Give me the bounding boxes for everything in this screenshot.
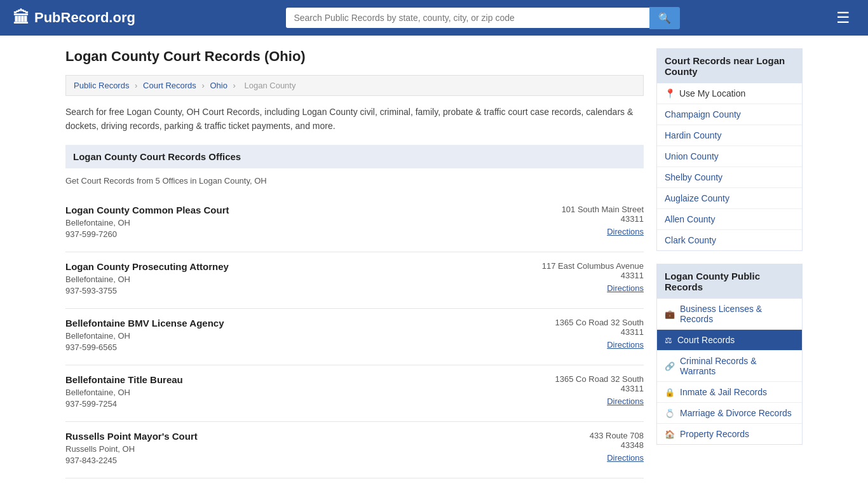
- near-county-item[interactable]: Union County: [657, 146, 802, 167]
- near-county-item[interactable]: Allen County: [657, 209, 802, 230]
- breadcrumb-link-ohio[interactable]: Ohio: [210, 81, 227, 90]
- sidebar-item-label: Marriage & Divorce Records: [680, 408, 792, 418]
- offices-section-header: Logan County Court Records Offices: [65, 145, 644, 168]
- sidebar-item-icon: 💼: [665, 309, 675, 319]
- search-bar: 🔍: [286, 7, 680, 29]
- public-records-item[interactable]: ⚖ Court Records: [657, 330, 802, 351]
- office-name: Bellefontaine Title Bureau: [65, 374, 555, 385]
- near-county-item[interactable]: Hardin County: [657, 125, 802, 146]
- sidebar-item-label: Criminal Records & Warrants: [680, 356, 794, 376]
- offices-list: Logan County Common Pleas Court Bellefon…: [65, 196, 644, 478]
- public-records-item[interactable]: 🏠 Property Records: [657, 424, 802, 444]
- office-name: Logan County Common Pleas Court: [65, 205, 562, 215]
- office-address: 1365 Co Road 32 South: [555, 318, 644, 327]
- directions-link[interactable]: Directions: [607, 283, 644, 293]
- sidebar-item-label: Business Licenses & Records: [680, 304, 794, 324]
- near-county-item[interactable]: Champaign County: [657, 104, 802, 125]
- office-item: Bellefontaine BMV License Agency Bellefo…: [65, 309, 644, 365]
- sidebar-item-label: Inmate & Jail Records: [680, 387, 767, 397]
- sidebar-item-icon: 💍: [665, 409, 675, 418]
- office-city: Russells Point, OH: [65, 444, 590, 454]
- breadcrumb-link-public-records[interactable]: Public Records: [74, 81, 129, 90]
- content-area: Logan County Court Records (Ohio) Public…: [65, 48, 644, 478]
- public-records-title: Logan County Public Records: [657, 264, 802, 299]
- office-city: Bellefontaine, OH: [65, 388, 555, 397]
- use-location-label: Use My Location: [679, 88, 745, 98]
- breadcrumb-sep-2: ›: [201, 81, 204, 90]
- search-input[interactable]: [286, 8, 649, 28]
- near-section: Court Records near Logan County 📍 Use My…: [656, 48, 803, 251]
- header: 🏛 PubRecord.org 🔍 ☰: [0, 0, 868, 36]
- page-title: Logan County Court Records (Ohio): [65, 48, 644, 65]
- office-name: Bellefontaine BMV License Agency: [65, 318, 555, 329]
- sidebar-item-icon: 🏠: [665, 430, 675, 439]
- public-records-item[interactable]: 🔗 Criminal Records & Warrants: [657, 351, 802, 382]
- search-button[interactable]: 🔍: [649, 7, 680, 29]
- directions-link[interactable]: Directions: [607, 227, 644, 236]
- office-address: 433 Route 708: [590, 431, 644, 440]
- near-county-item[interactable]: Clark County: [657, 230, 802, 250]
- breadcrumb-sep-3: ›: [233, 81, 236, 90]
- office-zip: 43348: [590, 440, 644, 450]
- office-address: 117 East Columbus Avenue: [542, 261, 644, 271]
- logo-text: PubRecord.org: [34, 10, 135, 26]
- directions-link[interactable]: Directions: [607, 453, 644, 463]
- office-zip: 43311: [542, 271, 644, 280]
- public-records-item[interactable]: 💍 Marriage & Divorce Records: [657, 403, 802, 424]
- office-address: 1365 Co Road 32 South: [555, 374, 644, 384]
- office-name: Russells Point Mayor's Court: [65, 431, 590, 442]
- office-address: 101 South Main Street: [562, 205, 644, 214]
- main-container: Logan County Court Records (Ohio) Public…: [53, 36, 815, 488]
- office-item: Logan County Common Pleas Court Bellefon…: [65, 196, 644, 252]
- office-city: Bellefontaine, OH: [65, 218, 562, 227]
- menu-button[interactable]: ☰: [831, 6, 855, 29]
- office-item: Russells Point Mayor's Court Russells Po…: [65, 422, 644, 478]
- office-city: Bellefontaine, OH: [65, 331, 555, 341]
- office-phone: 937-843-2245: [65, 456, 590, 465]
- office-zip: 43311: [562, 214, 644, 224]
- office-item: Logan County Prosecuting Attorney Bellef…: [65, 252, 644, 309]
- office-phone: 937-599-7254: [65, 399, 555, 409]
- logo[interactable]: 🏛 PubRecord.org: [13, 8, 135, 28]
- directions-link[interactable]: Directions: [607, 396, 644, 406]
- breadcrumb: Public Records › Court Records › Ohio › …: [65, 75, 644, 96]
- public-records-item[interactable]: 🔒 Inmate & Jail Records: [657, 382, 802, 403]
- use-location-button[interactable]: 📍 Use My Location: [657, 83, 802, 104]
- sidebar: Court Records near Logan County 📍 Use My…: [656, 48, 803, 478]
- office-city: Bellefontaine, OH: [65, 274, 542, 284]
- logo-icon: 🏛: [13, 8, 29, 28]
- breadcrumb-current: Logan County: [245, 81, 296, 90]
- public-records-item[interactable]: 💼 Business Licenses & Records: [657, 299, 802, 330]
- near-county-item[interactable]: Shelby County: [657, 167, 802, 188]
- office-phone: 937-599-6565: [65, 342, 555, 352]
- sidebar-item-icon: 🔗: [665, 362, 675, 371]
- near-county-item[interactable]: Auglaize County: [657, 188, 802, 209]
- page-description: Search for free Logan County, OH Court R…: [65, 105, 644, 133]
- near-section-title: Court Records near Logan County: [657, 49, 802, 83]
- office-item: Bellefontaine Title Bureau Bellefontaine…: [65, 365, 644, 422]
- near-counties-list: Champaign CountyHardin CountyUnion Count…: [657, 104, 802, 250]
- public-records-section: Logan County Public Records 💼 Business L…: [656, 264, 803, 445]
- office-zip: 43311: [555, 384, 644, 393]
- sidebar-item-label: Property Records: [680, 429, 749, 439]
- public-records-list: 💼 Business Licenses & Records ⚖ Court Re…: [657, 299, 802, 444]
- office-name: Logan County Prosecuting Attorney: [65, 261, 542, 272]
- sidebar-item-icon: 🔒: [665, 388, 675, 397]
- sidebar-item-icon: ⚖: [665, 336, 672, 345]
- office-phone: 937-593-3755: [65, 286, 542, 295]
- offices-count: Get Court Records from 5 Offices in Loga…: [65, 176, 644, 186]
- office-zip: 43311: [555, 327, 644, 337]
- location-pin-icon: 📍: [665, 88, 675, 98]
- breadcrumb-sep-1: ›: [135, 81, 137, 90]
- office-phone: 937-599-7260: [65, 229, 562, 239]
- sidebar-item-label: Court Records: [677, 335, 735, 345]
- directions-link[interactable]: Directions: [607, 340, 644, 349]
- breadcrumb-link-court-records[interactable]: Court Records: [143, 81, 196, 90]
